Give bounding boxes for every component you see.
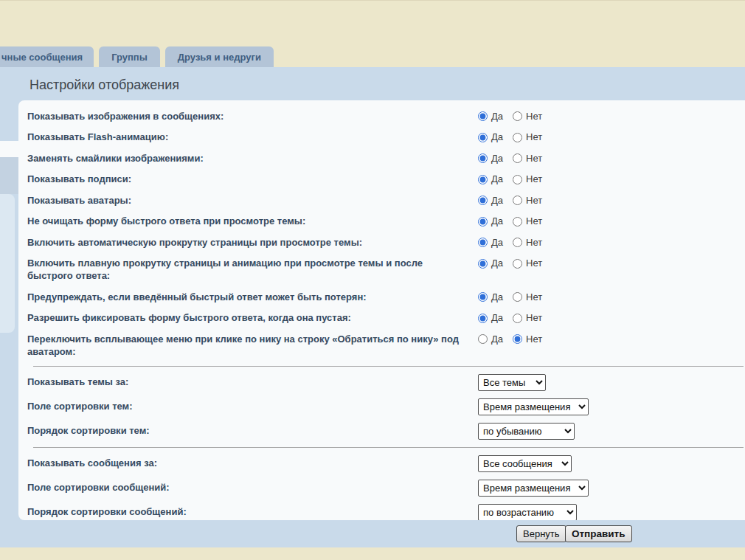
setting-controls: ДаНет xyxy=(478,194,552,207)
setting-controls: Все сообщения xyxy=(478,455,572,472)
section-divider xyxy=(33,366,744,367)
tab-groups[interactable]: Группы xyxy=(99,46,160,67)
radio-option-no: Нет xyxy=(513,194,542,207)
setting-select[interactable]: Время размещения xyxy=(478,398,589,415)
radio-yes[interactable] xyxy=(478,314,488,323)
radio-no[interactable] xyxy=(513,259,522,269)
setting-label: Не очищать форму быстрого ответа при про… xyxy=(27,215,470,227)
setting-row: Показывать сообщения за:Все сообщения xyxy=(27,452,744,476)
radio-yes[interactable] xyxy=(478,111,488,121)
setting-label: Разрешить фиксировать форму быстрого отв… xyxy=(27,311,470,324)
radio-yes[interactable] xyxy=(478,259,488,269)
radio-no[interactable] xyxy=(513,175,522,184)
radio-label-no: Нет xyxy=(526,110,542,122)
radio-yes[interactable] xyxy=(478,196,488,205)
setting-row: Включить плавную прокрутку страницы и ан… xyxy=(27,253,744,287)
tab-private-messages[interactable]: чные сообщения xyxy=(0,46,94,67)
setting-row: Показывать изображения в сообщениях:ДаНе… xyxy=(27,106,744,127)
radio-label-yes: Да xyxy=(491,291,503,303)
radio-yes[interactable] xyxy=(478,334,488,344)
radio-no[interactable] xyxy=(513,292,522,302)
radio-label-no: Нет xyxy=(526,257,542,269)
setting-controls: по убыванию xyxy=(478,423,575,440)
radio-label-no: Нет xyxy=(526,173,542,185)
setting-controls: ДаНет xyxy=(478,152,552,165)
setting-select[interactable]: по возрастанию xyxy=(478,504,577,521)
setting-row: Не очищать форму быстрого ответа при про… xyxy=(27,211,744,232)
radio-no[interactable] xyxy=(513,217,522,227)
setting-select[interactable]: Все сообщения xyxy=(478,455,572,472)
radio-no[interactable] xyxy=(513,196,522,205)
radio-yes[interactable] xyxy=(478,153,488,163)
radio-option-no: Нет xyxy=(513,311,542,324)
setting-controls: ДаНет xyxy=(478,311,552,324)
setting-controls: ДаНет xyxy=(478,291,552,303)
sidebar-active-item-fragment[interactable] xyxy=(0,141,18,157)
radio-label-yes: Да xyxy=(491,215,503,227)
setting-label: Порядок сортировки сообщений: xyxy=(27,504,470,520)
setting-row: Заменять смайлики изображениями:ДаНет xyxy=(27,148,744,169)
radio-label-yes: Да xyxy=(491,257,503,269)
radio-label-no: Нет xyxy=(526,333,542,345)
radio-label-no: Нет xyxy=(526,194,542,207)
radio-no[interactable] xyxy=(513,111,522,121)
setting-label: Поле сортировки сообщений: xyxy=(27,480,470,496)
radio-yes[interactable] xyxy=(478,217,488,227)
setting-row: Порядок сортировки сообщений:по возраста… xyxy=(27,500,744,521)
setting-label: Показывать сообщения за: xyxy=(27,455,470,471)
radio-label-no: Нет xyxy=(526,131,542,143)
radio-yes[interactable] xyxy=(478,238,488,247)
radio-option-yes: Да xyxy=(478,131,503,143)
main-container: Настройки отображения Показывать изображ… xyxy=(0,67,745,547)
radio-label-no: Нет xyxy=(526,152,542,165)
radio-no[interactable] xyxy=(513,153,522,163)
radio-yes[interactable] xyxy=(478,175,488,184)
radio-yes[interactable] xyxy=(478,292,488,302)
radio-option-no: Нет xyxy=(513,173,542,185)
radio-no[interactable] xyxy=(513,334,522,344)
setting-select[interactable]: Все темы xyxy=(478,374,546,391)
setting-row: Поле сортировки тем:Время размещения xyxy=(27,395,744,419)
reset-button[interactable]: Вернуть xyxy=(516,525,566,542)
setting-row: Показывать темы за:Все темы xyxy=(27,370,744,395)
radio-no[interactable] xyxy=(513,238,522,247)
setting-row: Предупреждать, если введённый быстрый от… xyxy=(27,286,744,308)
radio-label-no: Нет xyxy=(526,215,542,227)
setting-select[interactable]: Время размещения xyxy=(478,480,589,497)
radio-option-yes: Да xyxy=(478,110,503,122)
setting-controls: ДаНет xyxy=(478,215,552,227)
radio-no[interactable] xyxy=(513,133,522,142)
radio-label-yes: Да xyxy=(491,152,503,165)
radio-label-yes: Да xyxy=(491,110,503,122)
radio-yes[interactable] xyxy=(478,133,488,142)
radio-option-yes: Да xyxy=(478,333,503,345)
radio-option-yes: Да xyxy=(478,257,503,269)
radio-option-yes: Да xyxy=(478,311,503,324)
radio-option-yes: Да xyxy=(478,173,503,185)
setting-label: Порядок сортировки тем: xyxy=(27,423,470,439)
setting-row: Поле сортировки сообщений:Время размещен… xyxy=(27,476,744,500)
setting-row: Порядок сортировки тем:по убыванию xyxy=(27,419,744,443)
setting-controls: Время размещения xyxy=(478,398,589,415)
tab-friends-foes[interactable]: Друзья и недруги xyxy=(165,46,274,67)
radio-label-yes: Да xyxy=(491,311,503,324)
setting-row: Показывать аватары:ДаНет xyxy=(27,190,744,211)
setting-label: Показывать изображения в сообщениях: xyxy=(27,110,470,122)
setting-select[interactable]: по убыванию xyxy=(478,423,575,440)
sidebar-item-fragment xyxy=(0,157,18,194)
radio-option-no: Нет xyxy=(513,236,542,249)
radio-label-yes: Да xyxy=(491,173,503,185)
radio-label-yes: Да xyxy=(491,333,503,345)
setting-controls: Время размещения xyxy=(478,480,589,497)
section-divider xyxy=(33,447,744,448)
submit-button[interactable]: Отправить xyxy=(565,525,632,542)
setting-label: Показывать Flash-анимацию: xyxy=(27,131,470,143)
setting-controls: ДаНет xyxy=(478,173,552,185)
radio-no[interactable] xyxy=(513,314,522,323)
radio-option-yes: Да xyxy=(478,215,503,227)
setting-label: Поле сортировки тем: xyxy=(27,398,470,415)
setting-label: Предупреждать, если введённый быстрый от… xyxy=(27,291,470,303)
radio-label-yes: Да xyxy=(491,236,503,249)
setting-controls: ДаНет xyxy=(478,110,552,122)
setting-row: Включить автоматическую прокрутку страни… xyxy=(27,232,744,253)
